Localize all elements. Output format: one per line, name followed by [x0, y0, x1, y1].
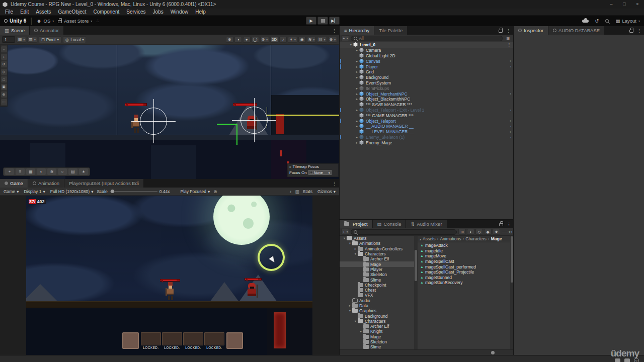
move-tool-icon[interactable]: ↺	[1, 61, 7, 67]
lighting-icon[interactable]: ⊛	[260, 37, 269, 43]
scale-slider[interactable]	[110, 191, 157, 192]
move-overlay-icon[interactable]: +	[5, 168, 14, 175]
fold-arrow-icon[interactable]: ▾	[353, 252, 358, 256]
label-filter-icon[interactable]: ◇	[475, 229, 483, 235]
project-searchbox[interactable]	[351, 229, 457, 235]
asset-mageStunRecovery[interactable]: ▲mageStunRecovery	[418, 280, 510, 286]
menu-component[interactable]: Component	[90, 9, 123, 16]
fold-arrow-icon[interactable]: ▸	[355, 119, 359, 123]
gizmos-dropdown[interactable]: Gizmos▾	[316, 188, 337, 195]
game-render-area[interactable]: 87/ 402 LOCKED.LOCKED.LOCKED.LOCKED.	[26, 196, 312, 355]
hierarchy-item--audio-manager-[interactable]: ▸__ AUDIO MANAGER __›	[340, 124, 513, 129]
prefab-open-chevron[interactable]: ›	[510, 118, 511, 124]
folder-archer-elf[interactable]: Archer Elf	[340, 256, 414, 261]
favorites-icon[interactable]: ★	[493, 229, 500, 235]
inspector-menu-icon[interactable]: ⋮	[637, 28, 641, 33]
grid-visibility-icon[interactable]: ≋	[307, 37, 316, 43]
folder-vfx[interactable]: VFX	[340, 293, 414, 298]
create-asset-button[interactable]: +	[341, 229, 349, 235]
menu-edit[interactable]: Edit	[17, 9, 32, 16]
hand-tool-icon[interactable]: +	[1, 54, 7, 60]
version-control-button[interactable]: ∴	[96, 18, 99, 24]
grid-snap-icon[interactable]: ▦	[17, 37, 26, 43]
hierarchy-search-input[interactable]	[359, 36, 500, 41]
sliders-icon[interactable]: ≡	[16, 168, 25, 175]
hierarchy-item--game-manager-[interactable]: *** GAME MANAGER ***	[340, 113, 513, 118]
fold-arrow-icon[interactable]: ▸	[355, 65, 359, 69]
scene-visibility-icon[interactable]: ◉	[298, 37, 306, 43]
scene-picker-icon[interactable]: ⊞	[504, 35, 512, 41]
folder-tree-scrollbar[interactable]	[414, 236, 418, 349]
folder-slime[interactable]: Slime	[340, 344, 414, 349]
folder-audio[interactable]: Audio	[340, 298, 414, 303]
debug-icon[interactable]: ⊛	[213, 189, 217, 194]
fold-arrow-icon[interactable]: ▸	[355, 108, 359, 112]
resolution-dropdown[interactable]: Full HD (1920x1080)▾	[49, 188, 95, 195]
package-filter-icon[interactable]: ◐	[467, 229, 474, 235]
maximize-button[interactable]: □	[618, 0, 631, 9]
menu-jobs[interactable]: Jobs	[149, 9, 167, 16]
transform-tool-icon[interactable]: ⊕	[1, 92, 7, 98]
folder-mage[interactable]: Mage	[340, 261, 414, 266]
fold-arrow-icon[interactable]: ▾	[348, 241, 352, 245]
project-search-input[interactable]	[359, 229, 454, 234]
undo-history-icon[interactable]: ↺	[595, 18, 599, 24]
minimize-button[interactable]: –	[605, 0, 618, 9]
fold-arrow-icon[interactable]: ▾	[342, 236, 347, 240]
prefab-open-chevron[interactable]: ›	[510, 64, 511, 69]
create-object-button[interactable]: +	[341, 35, 349, 41]
scene-panel-menu-icon[interactable]: ⋮	[332, 28, 337, 33]
stats-button[interactable]: Stats	[303, 189, 312, 194]
prefab-open-chevron[interactable]: ›	[510, 129, 511, 135]
hierarchy-item-enemy-skeleton-1-[interactable]: ▸Enemy_Skeleton (1)›	[340, 135, 513, 140]
fold-arrow-icon[interactable]: ▸	[355, 75, 359, 79]
search-icon[interactable]	[605, 19, 609, 23]
folder-characters[interactable]: ▾Characters	[340, 319, 414, 324]
asset-mageSpellCast_performed[interactable]: ▲mageSpellCast_performed	[418, 264, 510, 269]
hierarchy-item-eventsystem[interactable]: EventSystem	[340, 80, 513, 86]
thumbnail-size-slider[interactable]	[491, 351, 495, 354]
render-mode-icon[interactable]: ⊕	[226, 37, 233, 43]
fold-arrow-icon[interactable]: ▸	[348, 304, 352, 308]
fold-arrow-icon[interactable]: ▾	[349, 43, 353, 47]
hierarchy-item-itempickups[interactable]: ▸ItemPickups	[340, 85, 513, 91]
lock-icon[interactable]	[499, 223, 503, 226]
metrics-icon[interactable]: ▥	[295, 189, 299, 194]
hierarchy-menu-icon[interactable]: ⋮	[506, 28, 511, 33]
breadcrumb-mage[interactable]: Mage	[491, 236, 502, 241]
grid-size-field[interactable]: 1	[2, 36, 15, 43]
menu-assets[interactable]: Assets	[32, 9, 54, 16]
close-button[interactable]: ×	[631, 0, 644, 9]
fold-arrow-icon[interactable]: ▾	[353, 319, 358, 323]
folder-skeleton[interactable]: Skeleton	[340, 272, 414, 277]
breadcrumb-animations[interactable]: Animations	[440, 236, 461, 241]
lit-icon[interactable]: ●	[243, 37, 251, 43]
folder-assets[interactable]: ▾Assets	[340, 236, 414, 241]
tilemap-icon[interactable]: ▦	[26, 168, 35, 175]
audio-mute-icon[interactable]: ♪	[279, 37, 287, 43]
folder-slime[interactable]: Slime	[340, 277, 414, 282]
tab-hierarchy[interactable]: ≡ Hierarchy	[340, 26, 374, 35]
pivot-toggle-button[interactable]: ⊡ Pivot▾	[39, 36, 61, 43]
open-new-window-icon[interactable]: ⊞	[458, 229, 466, 235]
wireframe-icon[interactable]: ◯	[252, 37, 259, 43]
hierarchy-item-object-merchantnpc[interactable]: ▸Object_MerchantNPC›	[340, 91, 513, 97]
play-button[interactable]: ▶	[306, 17, 316, 25]
tab-animation[interactable]: Animation	[28, 179, 64, 188]
project-menu-icon[interactable]: ⋮	[507, 222, 511, 227]
breadcrumb-characters[interactable]: Characters	[465, 236, 487, 241]
fold-arrow-icon[interactable]: ▸	[355, 135, 359, 139]
folder-mage[interactable]: Mage	[340, 334, 414, 339]
fold-arrow-icon[interactable]: ▸	[355, 124, 359, 128]
folder-checkpoint[interactable]: Checkpoint	[340, 283, 414, 288]
menu-help[interactable]: Help	[192, 9, 209, 16]
menu-file[interactable]: File	[2, 9, 17, 16]
folder-characters[interactable]: ▾Characters	[340, 251, 414, 256]
os-menu[interactable]: ☻ OS▾	[37, 18, 54, 24]
fold-arrow-icon[interactable]: ▸	[355, 48, 359, 52]
fold-arrow-icon[interactable]: ▸	[359, 329, 363, 333]
tab-player-input-set[interactable]: PlayerInputSet (Input Actions Edi	[64, 179, 144, 188]
game-panel-menu-icon[interactable]: ⋮	[332, 181, 337, 186]
snap-increment-icon[interactable]: ▥	[27, 37, 37, 43]
asset-store-menu[interactable]: Asset Store▾	[58, 18, 92, 24]
